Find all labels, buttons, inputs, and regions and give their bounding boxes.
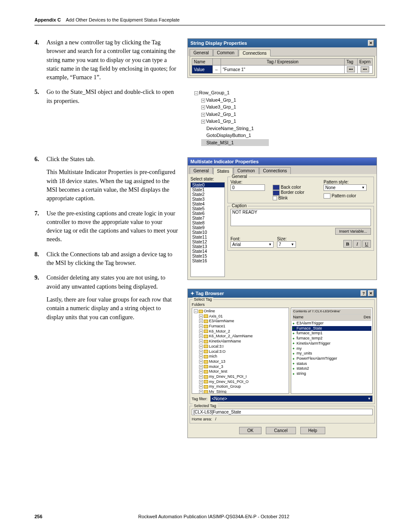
- tag-browse-button[interactable]: •••: [344, 65, 357, 74]
- chevron-down-icon: ▼: [291, 243, 294, 246]
- expand-icon[interactable]: +: [201, 113, 205, 117]
- object-tree: −Row_Group_1 +Value4_Grp_1 +Value3_Grp_1…: [192, 87, 271, 149]
- select-state-label: Select state:: [190, 177, 225, 181]
- folders-label: Folders: [192, 302, 373, 307]
- row-value[interactable]: "Furnace 1": [221, 65, 345, 74]
- backcolor-swatch[interactable]: [273, 185, 280, 190]
- step-9: 9.Consider deleting any states you are n…: [34, 274, 179, 321]
- sdp-tabs: General Common Connections: [188, 47, 377, 56]
- underline-button[interactable]: U: [362, 240, 371, 248]
- msi-titlebar: Multistate Indicator Properties: [188, 158, 377, 165]
- row-arrow: ←: [213, 65, 221, 74]
- general-fieldset: General Value: 0 Back color Border color…: [227, 177, 374, 203]
- step-list: 4.Assign a new controller tag by clickin…: [34, 38, 179, 322]
- patterncolor-swatch[interactable]: [324, 193, 330, 199]
- appendix-label: Appendix C: [34, 17, 61, 22]
- close-icon[interactable]: ✕: [368, 40, 374, 46]
- tagfilter-label: Tag filter:: [192, 397, 208, 401]
- page-number: 256: [34, 514, 42, 519]
- msi-dialog: Multistate Indicator Properties General …: [187, 157, 377, 280]
- font-dropdown[interactable]: Arial▼: [230, 241, 274, 248]
- tab-msi-connections[interactable]: Connections: [259, 167, 291, 174]
- expand-icon[interactable]: +: [201, 99, 205, 103]
- col-tag: Tag: [344, 59, 357, 65]
- selected-tag-field[interactable]: [CLX-L63]Furnace_State: [192, 409, 373, 415]
- step-7: 7.Use the pre-existing captions and crea…: [34, 209, 179, 244]
- tab-common[interactable]: Common: [213, 49, 239, 56]
- selected-tag-fieldset: Selected Tag [CLX-L63]Furnace_State Home…: [190, 406, 375, 423]
- help-button[interactable]: Help: [300, 427, 326, 434]
- col-name: Name: [192, 59, 213, 65]
- select-tag-fieldset: Select Tag Folders −Online +Axis_01 +E3A…: [190, 299, 375, 404]
- collapse-icon: −: [194, 309, 198, 313]
- sdp-grid: Name Tag / Expression Tag Exprn Value ← …: [192, 58, 373, 74]
- size-dropdown[interactable]: 7▼: [277, 241, 296, 248]
- col-exprn: Exprn: [357, 59, 372, 65]
- expand-icon[interactable]: +: [201, 106, 205, 109]
- contents-label: Contents of '/::CLX-L63/Online': [292, 309, 371, 314]
- size-label: Size:: [277, 236, 296, 241]
- step-5: 5.Go to the State_MSI object and double-…: [34, 88, 179, 106]
- patternstyle-label: Pattern style:: [324, 180, 371, 184]
- italic-button[interactable]: I: [353, 240, 361, 248]
- folders-tree[interactable]: −Online +Axis_01 +E3AlarmName +Furnace1 …: [192, 308, 289, 394]
- caption-textarea[interactable]: NOT READY: [230, 209, 371, 226]
- chevron-down-icon: ▼: [361, 186, 365, 190]
- bold-button[interactable]: B: [343, 240, 352, 248]
- tab-msi-states[interactable]: States: [213, 168, 233, 174]
- value-label: Value:: [230, 180, 269, 184]
- step-4: 4.Assign a new controller tag by clickin…: [34, 38, 179, 82]
- insert-variable-button[interactable]: Insert Variable...: [335, 228, 371, 235]
- row-name: Value: [192, 65, 213, 74]
- chevron-down-icon: ▼: [268, 243, 272, 246]
- tagfilter-dropdown[interactable]: <None>▼: [210, 395, 373, 402]
- page-footer: 256 Rockwell Automation Publication IASI…: [34, 514, 385, 519]
- expand-icon[interactable]: +: [201, 120, 205, 124]
- caption-fieldset: Caption NOT READY Insert Variable... Fon…: [227, 206, 374, 251]
- cancel-button[interactable]: Cancel: [266, 427, 296, 434]
- chevron-down-icon: ▼: [367, 397, 371, 401]
- exprn-browse-button[interactable]: •••: [357, 65, 372, 74]
- home-value: /: [215, 417, 217, 421]
- font-label: Font:: [230, 236, 274, 241]
- tab-msi-general[interactable]: General: [190, 167, 213, 174]
- state-listbox[interactable]: State0 State1State2State3 State4State5St…: [190, 182, 225, 277]
- page-header: Appendix C Add Other Devices to the Equi…: [34, 17, 385, 22]
- string-display-properties-dialog: String Display Properties ✕ General Comm…: [187, 38, 377, 78]
- tab-msi-common[interactable]: Common: [234, 167, 259, 174]
- msi-tabs: General States Common Connections: [188, 165, 377, 174]
- step-6: 6.Click the States tab.This Multistate I…: [34, 155, 179, 203]
- tag-browser-dialog: ✦ Tag Browser ? ✕ Select Tag Folders −On…: [187, 289, 377, 438]
- blink-checkbox[interactable]: [273, 196, 277, 200]
- collapse-icon[interactable]: −: [194, 91, 198, 95]
- value-input[interactable]: 0: [230, 184, 265, 191]
- sdp-titlebar: String Display Properties ✕: [188, 39, 377, 47]
- header-title: Add Other Devices to the Equipment Statu…: [66, 17, 180, 22]
- close-icon[interactable]: ✕: [368, 290, 374, 296]
- publication-info: Rockwell Automation Publication IASIMP-Q…: [34, 514, 385, 519]
- tab-general[interactable]: General: [190, 49, 213, 56]
- tab-connections[interactable]: Connections: [239, 50, 271, 56]
- patternstyle-dropdown[interactable]: None▼: [324, 184, 367, 191]
- ok-button[interactable]: OK: [239, 427, 262, 434]
- home-label: Home area:: [192, 417, 212, 421]
- bordercolor-swatch[interactable]: [273, 190, 280, 196]
- contents-list[interactable]: Contents of '/::CLX-L63/Online' NameDes …: [291, 308, 373, 394]
- tag-icon: ✦: [190, 291, 194, 296]
- step-8: 8.Click the Connections tab and assign a…: [34, 250, 179, 268]
- help-icon[interactable]: ?: [361, 290, 367, 296]
- col-tagexp: Tag / Expression: [221, 59, 345, 65]
- tb-titlebar: ✦ Tag Browser ? ✕: [188, 289, 377, 298]
- header-rule: [34, 25, 385, 25]
